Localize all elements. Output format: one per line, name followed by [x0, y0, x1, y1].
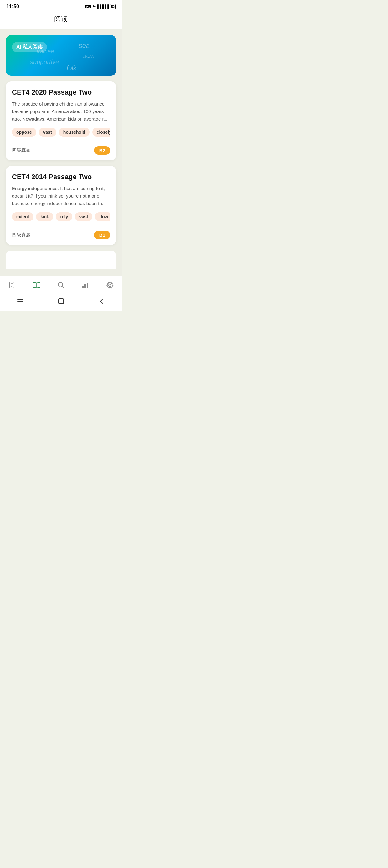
card-footer-1: 四级真题 B2 — [12, 142, 110, 155]
card-partial — [6, 250, 117, 269]
hd-badge: HD — [86, 5, 91, 8]
tags-row-1: oppose vast household closely shall — [12, 128, 110, 136]
status-time: 11:50 — [6, 4, 19, 9]
tag-extent[interactable]: extent — [12, 212, 33, 221]
book-single-icon — [8, 281, 17, 290]
floating-word-born: born — [83, 53, 95, 60]
gear-icon — [105, 281, 114, 290]
book-open-icon — [32, 281, 41, 290]
svg-point-10 — [108, 284, 111, 286]
svg-rect-7 — [82, 286, 84, 288]
card-excerpt-2: Energy independence. It has a nice ring … — [12, 185, 110, 207]
tag-flow[interactable]: flow — [95, 212, 110, 221]
chart-icon — [81, 281, 90, 290]
card-category-1: 四级真题 — [12, 148, 31, 153]
tag-kick[interactable]: kick — [36, 212, 53, 221]
nav-item-settings[interactable] — [102, 280, 118, 291]
system-nav — [0, 293, 122, 311]
svg-rect-14 — [59, 299, 64, 304]
tag-oppose[interactable]: oppose — [12, 128, 36, 136]
nav-item-reading[interactable] — [29, 280, 45, 291]
svg-rect-8 — [85, 284, 86, 288]
status-bar: 11:50 HD 5G▐▐▐▐▐ 52 — [0, 0, 122, 12]
ai-banner-words: trainee sea born supportive folk — [6, 35, 117, 76]
nav-item-stats[interactable] — [77, 280, 94, 291]
level-badge-1: B2 — [94, 146, 110, 155]
nav-item-search[interactable] — [53, 280, 69, 291]
tag-closely[interactable]: closely — [92, 128, 110, 136]
ai-banner-label: AI 私人阅读 — [12, 42, 47, 52]
card-title-1: CET4 2020 Passage Two — [12, 88, 110, 96]
system-nav-menu[interactable] — [15, 297, 25, 306]
card-cet4-2020-two[interactable]: CET4 2020 Passage Two The practice of pa… — [6, 82, 117, 160]
svg-line-6 — [62, 286, 64, 288]
search-icon — [57, 281, 65, 290]
page-title: 阅读 — [0, 12, 122, 29]
system-nav-back[interactable] — [97, 297, 106, 306]
card-title-2: CET4 2014 Passage Two — [12, 173, 110, 181]
nav-item-book-single[interactable] — [4, 280, 20, 291]
card-excerpt-1: The practice of paying children an allow… — [12, 100, 110, 123]
floating-word-supportive: supportive — [30, 59, 59, 66]
tag-vast2[interactable]: vast — [75, 212, 92, 221]
main-content: AI 私人阅读 trainee sea born supportive folk… — [0, 29, 122, 276]
level-badge-2: B1 — [94, 231, 110, 239]
status-icons: HD 5G▐▐▐▐▐ 52 — [86, 4, 116, 9]
signal-icon: 5G▐▐▐▐▐ — [93, 4, 108, 9]
floating-word-sea: sea — [79, 42, 90, 50]
card-footer-2: 四级真题 B1 — [12, 226, 110, 239]
ai-banner[interactable]: AI 私人阅读 trainee sea born supportive folk — [6, 35, 117, 76]
svg-rect-9 — [87, 283, 88, 288]
card-category-2: 四级真题 — [12, 232, 31, 238]
battery-indicator: 52 — [110, 4, 116, 9]
tags-row-2: extent kick rely vast flow massiv — [12, 212, 110, 221]
tag-rely[interactable]: rely — [56, 212, 72, 221]
tag-vast[interactable]: vast — [39, 128, 56, 136]
card-cet4-2014-two[interactable]: CET4 2014 Passage Two Energy independenc… — [6, 166, 117, 245]
tag-household[interactable]: household — [59, 128, 90, 136]
floating-word-folk: folk — [67, 64, 76, 72]
system-nav-home[interactable] — [56, 297, 66, 306]
bottom-nav — [0, 276, 122, 293]
